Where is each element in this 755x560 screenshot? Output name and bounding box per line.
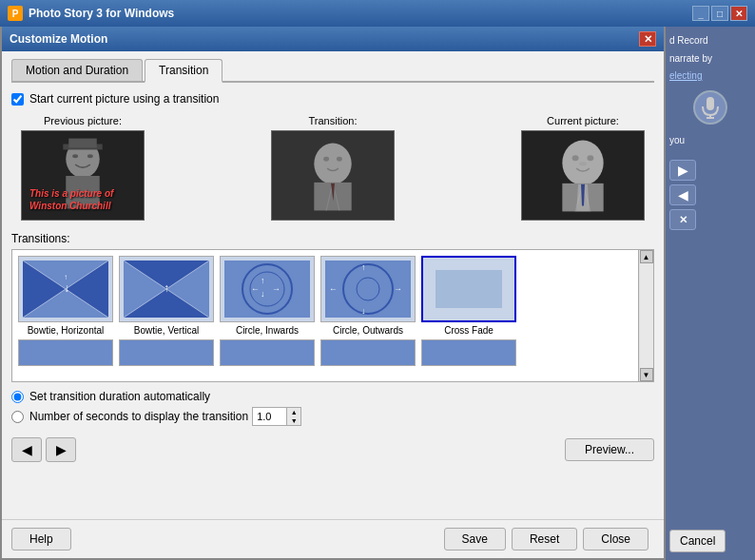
circle-in-svg: ↑ ↓ ← → [224, 261, 310, 318]
outer-close-button[interactable]: ✕ [730, 6, 747, 21]
svg-rect-4 [68, 139, 97, 148]
right-arrow-right[interactable]: ▶ [669, 160, 696, 181]
previous-picture-frame: This is a picture of Winston Churchill [21, 130, 145, 221]
next-nav-button[interactable]: ▶ [46, 437, 76, 462]
radio-section: Set transition duration automatically Nu… [11, 390, 654, 430]
svg-rect-42 [224, 261, 310, 318]
seconds-spinner[interactable]: ▲ ▼ [286, 407, 301, 426]
seconds-input[interactable] [252, 407, 286, 426]
save-button[interactable]: Save [444, 528, 506, 550]
circle-in-label: Circle, Inwards [236, 325, 299, 336]
scroll-track[interactable] [640, 263, 653, 368]
svg-text:←: ← [329, 284, 338, 294]
transition-row2-4[interactable] [320, 339, 416, 366]
transition-row2-5[interactable] [421, 339, 516, 366]
right-arrow-x[interactable]: ✕ [669, 209, 696, 230]
tab-transition[interactable]: Transition [145, 59, 223, 83]
dialog-title: Customize Motion [10, 32, 107, 46]
svg-text:→: → [272, 284, 281, 294]
mic-icon [693, 90, 727, 125]
circle-in-thumb: ↑ ↓ ← → [220, 256, 315, 322]
preview-button[interactable]: Preview... [565, 438, 654, 461]
right-arrow-left[interactable]: ◀ [669, 184, 696, 205]
transition-circle-outwards[interactable]: ↑ ↓ ← → Circle, Outwards [320, 256, 416, 336]
transition-bowtie-vertical[interactable]: ↑ Bowtie, Vertical [119, 256, 214, 336]
cancel-wrapper: Cancel [669, 530, 751, 552]
current-picture-frame [521, 130, 645, 221]
svg-text:→: → [394, 284, 402, 294]
outer-titlebar-controls: _ □ ✕ [692, 6, 747, 21]
pictures-row: Previous picture: [11, 115, 654, 221]
svg-text:↓: ↓ [361, 306, 366, 316]
cross-fade-label: Cross Fade [444, 325, 494, 336]
current-picture-item: Current picture: [521, 115, 645, 221]
reset-button[interactable]: Reset [512, 528, 577, 550]
dialog-titlebar: Customize Motion ✕ [2, 27, 664, 51]
manual-duration-radio[interactable] [11, 411, 24, 423]
current-picture-label: Current picture: [547, 115, 619, 126]
svg-point-8 [314, 144, 351, 184]
outer-titlebar: P Photo Story 3 for Windows _ □ ✕ [0, 0, 755, 27]
tab-motion[interactable]: Motion and Duration [11, 59, 143, 81]
nav-row: ◀ ▶ Preview... [11, 437, 654, 462]
transition-checkbox-label: Start current picture using a transition [29, 92, 219, 106]
maximize-button[interactable]: □ [711, 6, 728, 21]
svg-text:↑: ↑ [361, 262, 366, 272]
bowtie-h-label: Bowtie, Horizontal [28, 325, 105, 336]
prev-nav-button[interactable]: ◀ [11, 437, 42, 462]
svg-rect-57 [436, 270, 502, 308]
svg-text:↓: ↓ [261, 289, 265, 299]
record-text: d Record [669, 34, 751, 47]
right-action-buttons: ▶ ◀ ✕ [669, 160, 751, 230]
tabs-container: Motion and Duration Transition [11, 59, 654, 83]
transitions-scrollbar[interactable]: ▲ ▼ [638, 250, 653, 381]
bowtie-v-thumb: ↑ [119, 256, 214, 322]
circle-out-label: Circle, Outwards [333, 325, 403, 336]
svg-text:↑: ↑ [261, 276, 265, 285]
selecting-link[interactable]: electing [669, 70, 751, 81]
transition-picture-frame [271, 130, 395, 221]
auto-duration-label: Set transition duration automatically [29, 390, 210, 403]
previous-picture-item: Previous picture: [21, 115, 145, 221]
spinner-up[interactable]: ▲ [287, 408, 300, 416]
bowtie-v-svg: ↑ [124, 261, 209, 318]
cancel-button[interactable]: Cancel [669, 530, 726, 552]
help-button[interactable]: Help [11, 528, 71, 550]
app-icon: P [8, 6, 23, 21]
scroll-down-btn[interactable]: ▼ [640, 368, 653, 381]
close-button[interactable]: Close [583, 528, 649, 550]
transition-cross-fade[interactable]: Cross Fade [421, 256, 516, 336]
manual-duration-label: Number of seconds to display the transit… [29, 410, 248, 423]
transition-row2-1[interactable] [18, 339, 113, 366]
previous-photo-overlay: This is a picture of Winston Churchill [29, 187, 144, 212]
dialog-close-button[interactable]: ✕ [639, 31, 656, 47]
spinner-down[interactable]: ▼ [287, 416, 300, 425]
minimize-button[interactable]: _ [692, 6, 709, 21]
transition-checkbox[interactable] [11, 93, 24, 106]
transition-bowtie-horizontal[interactable]: ↓ ↑ Bowtie, Horizontal [18, 256, 113, 336]
transition-picture-item: Transition: [271, 115, 395, 221]
transition-circle-inwards[interactable]: ↑ ↓ ← → Circle, Inwards [220, 256, 315, 336]
scroll-up-btn[interactable]: ▲ [640, 250, 653, 263]
auto-duration-radio[interactable] [11, 391, 24, 403]
auto-duration-row: Set transition duration automatically [11, 390, 654, 403]
seconds-input-wrapper: ▲ ▼ [252, 407, 301, 426]
bowtie-h-thumb: ↓ ↑ [18, 256, 113, 322]
bowtie-h-svg: ↓ ↑ [23, 261, 108, 318]
svg-point-13 [323, 157, 329, 162]
circle-out-thumb: ↑ ↓ ← → [320, 256, 416, 322]
right-panel: d Record narrate by electing you ▶ ◀ ✕ C… [666, 27, 755, 560]
transition-row2-2[interactable] [119, 339, 214, 366]
cross-fade-svg [426, 261, 512, 318]
nav-arrows: ◀ ▶ [11, 437, 76, 462]
circle-out-svg: ↑ ↓ ← → [325, 261, 411, 318]
bowtie-v-label: Bowtie, Vertical [134, 325, 199, 336]
svg-text:↑: ↑ [164, 281, 169, 295]
dialog-content: Motion and Duration Transition Start cur… [2, 51, 664, 519]
transitions-grid-container: ↓ ↑ Bowtie, Horizontal [11, 249, 654, 382]
svg-text:←: ← [251, 284, 260, 294]
transition-row2-3[interactable] [220, 339, 315, 366]
svg-point-24 [579, 162, 587, 165]
svg-point-6 [87, 154, 93, 158]
customize-motion-dialog: Customize Motion ✕ Motion and Duration T… [0, 27, 666, 560]
